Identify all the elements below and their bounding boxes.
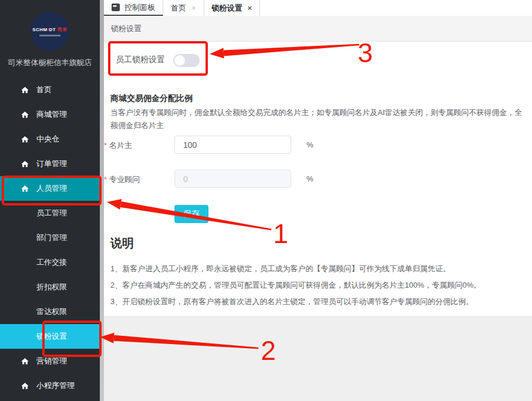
card-owner-input[interactable]	[174, 136, 291, 154]
note-item: 2、客户在商城内产生的交易，管理员可配置让专属顾问可获得佣金，默认比例为名片主1…	[110, 280, 481, 291]
sidebar-item-mall-management[interactable]: 商城管理	[0, 102, 100, 127]
sidebar-item-label: 锁粉设置	[36, 331, 67, 342]
sidebar-item-staff-management[interactable]: 员工管理	[0, 201, 100, 225]
tab-label: 锁粉设置	[212, 3, 243, 14]
sidebar-item-label: 折扣权限	[36, 282, 67, 292]
main-content: 控制面板 首页 × 锁粉设置 × 锁粉设置 员工锁粉设置 商城交易佣金分配比例 …	[104, 0, 532, 401]
advisor-input	[174, 170, 291, 188]
sidebar-item-label: 员工管理	[36, 208, 67, 218]
sidebar-item-label: 人员管理	[36, 183, 67, 194]
note-item: 3、开启锁粉设置时，原有客户将被首次进入的名片主锁定，管理员可以手动调节客户专属…	[110, 296, 473, 307]
tab-label: 控制面板	[124, 2, 155, 13]
sidebar-item-marketing-management[interactable]: 营销管理	[0, 349, 100, 373]
close-icon[interactable]: ×	[248, 4, 252, 12]
tab-dashboard[interactable]: 控制面板	[104, 0, 163, 16]
store-header: SCHMIDT 司米 司米整体橱柜信丰旗舰店	[0, 0, 100, 68]
sidebar-item-label: 中央仓	[36, 134, 59, 144]
sidebar-item-label: 小程序管理	[36, 380, 75, 391]
sidebar-item-home[interactable]: 首页	[0, 77, 100, 102]
commission-description: 当客户没有专属顾问时，佣金默认全额给交易完成的名片主；如专属顾问名片及AI雷达被…	[110, 106, 525, 132]
home-icon	[21, 184, 30, 193]
advisor-unit: %	[307, 174, 314, 183]
home-icon	[21, 160, 30, 169]
sidebar-item-label: 工作交接	[36, 257, 67, 268]
home-icon	[21, 382, 30, 390]
sidebar-item-order-management[interactable]: 订单管理	[0, 151, 100, 176]
sidebar-nav: 首页 商城管理 中央仓 订单管理 人员管理 员工管理 部门管理 工作交接 折扣权…	[0, 77, 100, 398]
home-icon	[21, 86, 30, 95]
sidebar-item-department-management[interactable]: 部门管理	[0, 225, 100, 250]
required-asterisk: *	[104, 175, 107, 184]
home-icon	[21, 110, 30, 119]
store-name: 司米整体橱柜信丰旗舰店	[8, 58, 92, 68]
card-owner-unit: %	[307, 140, 314, 149]
sidebar-item-discount-permission[interactable]: 折扣权限	[0, 275, 100, 299]
sidebar-item-label: 部门管理	[36, 232, 67, 243]
sidebar-item-label: 首页	[36, 85, 52, 95]
card-owner-label: *名片主	[104, 140, 132, 151]
staff-fanlock-toggle-label: 员工锁粉设置	[116, 55, 165, 65]
sidebar-scrollbar[interactable]	[100, 0, 104, 401]
note-item: 1、新客户进入员工小程序，即永远被锁定，员工成为客户的【专属顾问】可作为线下成单…	[110, 264, 450, 274]
tab-fanlock-settings[interactable]: 锁粉设置 ×	[204, 0, 261, 16]
sidebar-item-radar-permission[interactable]: 雷达权限	[0, 299, 100, 324]
tab-bar: 控制面板 首页 × 锁粉设置 ×	[104, 0, 532, 16]
home-icon	[21, 135, 30, 144]
staff-fanlock-toggle[interactable]	[173, 54, 200, 67]
settings-panel: 员工锁粉设置 商城交易佣金分配比例 当客户没有专属顾问时，佣金默认全额给交易完成…	[104, 42, 532, 316]
sidebar-item-fanlock-settings[interactable]: 锁粉设置	[0, 324, 100, 349]
notes-title: 说明	[110, 235, 134, 251]
store-logo: SCHMIDT 司米	[31, 12, 69, 50]
advisor-label: *专业顾问	[104, 174, 140, 185]
sidebar-item-label: 雷达权限	[36, 306, 67, 317]
sidebar-item-label: 营销管理	[36, 356, 67, 366]
home-icon	[21, 357, 30, 366]
logo-subtext	[39, 35, 60, 36]
page-title: 锁粉设置	[104, 16, 532, 42]
dashboard-icon	[112, 4, 120, 11]
save-button[interactable]: 保存	[174, 205, 208, 223]
logo-text: SCHMIDT 司米	[32, 26, 68, 33]
commission-section-title: 商城交易佣金分配比例	[110, 93, 193, 104]
required-asterisk: *	[104, 141, 107, 150]
sidebar-item-label: 商城管理	[36, 109, 67, 120]
sidebar-item-central-warehouse[interactable]: 中央仓	[0, 127, 100, 151]
sidebar-item-label: 订单管理	[36, 159, 67, 169]
close-icon[interactable]: ×	[191, 4, 196, 12]
tab-home[interactable]: 首页 ×	[163, 0, 204, 16]
sidebar-item-work-handover[interactable]: 工作交接	[0, 250, 100, 275]
tab-label: 首页	[171, 3, 186, 14]
sidebar-item-personnel-management[interactable]: 人员管理	[0, 176, 100, 201]
sidebar-item-miniprogram-management[interactable]: 小程序管理	[0, 373, 100, 398]
sidebar: SCHMIDT 司米 司米整体橱柜信丰旗舰店 首页 商城管理 中央仓 订单管理 …	[0, 0, 100, 401]
